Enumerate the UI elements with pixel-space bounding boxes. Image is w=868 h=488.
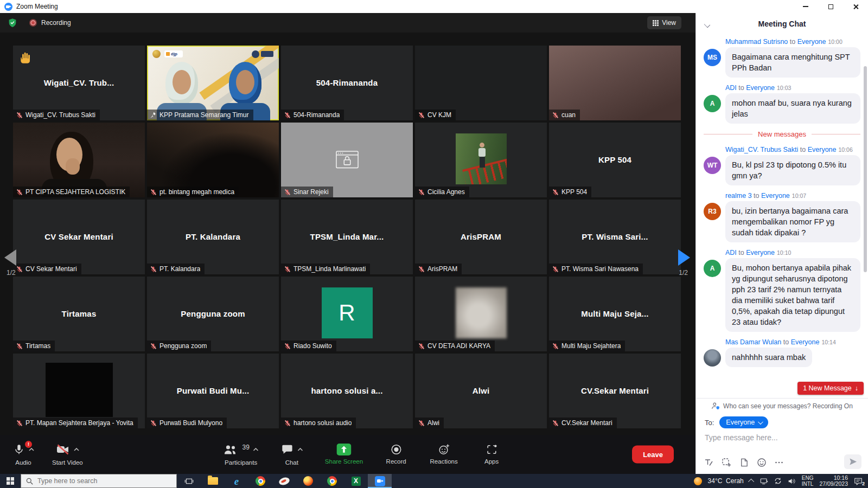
audio-button[interactable]: ! Audio [9,444,38,466]
chat-scrollbar[interactable] [864,66,867,272]
participant-tile[interactable]: CV Sekar MentariCV Sekar Mentari [13,200,145,274]
participant-label: Pengguna zoom [147,341,211,351]
participant-tile[interactable]: hartono solusi a...hartono solusi audio [281,354,413,428]
view-button[interactable]: View [647,16,681,29]
video-options-chevron-icon[interactable] [74,448,79,451]
chrome-2-button[interactable] [320,474,344,488]
format-text-icon[interactable] [704,458,713,467]
participant-tile[interactable]: TPSM_Linda Mar...TPSM_Linda Marlinawati [281,200,413,274]
file-icon[interactable] [739,458,749,467]
new-messages-divider-text: New messages [758,130,806,138]
participant-label: PT CIPTA SEJAHTERA LOGISTIK [13,187,130,197]
minimize-button[interactable] [793,0,818,13]
collapse-chat-chevron-icon[interactable] [704,22,710,28]
participant-tile[interactable]: pt. bintang megah medica [147,123,279,197]
language-indicator[interactable]: ENGINTL [802,475,814,487]
participant-label: TPSM_Linda Marlinawati [281,264,370,274]
participant-label-text: Multi Maju Sejahtera [561,342,621,350]
apps-icon [486,444,497,455]
participant-tile[interactable]: PT. Wisma Sari...PT. Wisma Sari Nawasena [549,200,681,274]
recipient-dropdown[interactable]: Everyone [719,416,768,428]
participant-tile[interactable]: PT. KalandaraPT. Kalandara [147,200,279,274]
maximize-button[interactable] [818,0,843,13]
firefox-button[interactable] [296,474,320,488]
reactions-button[interactable]: Reactions [429,444,458,466]
participant-tile[interactable]: cuan [549,46,681,120]
send-message-button[interactable] [844,454,861,469]
more-options-icon[interactable] [775,458,783,467]
participant-tile[interactable]: RRiado Suwito [281,277,413,351]
chat-chevron-icon[interactable] [297,448,303,451]
apps-button[interactable]: Apps [477,444,506,466]
chat-message: WTWigati_CV. Trubus Sakti to Everyone10:… [704,146,860,185]
record-button[interactable]: Record [381,444,411,466]
participant-tile[interactable]: Pengguna zoomPengguna zoom [147,277,279,351]
participant-tile[interactable]: TirtamasTirtamas [13,277,145,351]
action-center-button[interactable]: 2 [854,477,863,485]
screenshot-icon[interactable] [722,458,731,467]
send-icon [849,458,857,466]
participant-tile[interactable]: Purwati Budi Mu...Purwati Budi Mulyono [147,354,279,428]
tray-expand-chevron-icon[interactable] [748,479,754,485]
recipient-name: Everyone [797,38,826,46]
participant-tile[interactable]: djpKPP Pratama Semarang Timur [147,46,279,120]
video-grid-area: Wigati_CV. Trub...Wigati_CV. Trubus Sakt… [0,33,695,435]
participant-tile[interactable]: KPP 504KPP 504 [549,123,681,197]
participant-tile[interactable]: ArisPRAMArisPRAM [415,200,547,274]
chat-button[interactable]: Chat [277,444,307,466]
apps-label: Apps [484,458,499,465]
participant-tile[interactable]: CV.Sekar MentariCV.Sekar Mentari [549,354,681,428]
task-view-button[interactable] [177,474,201,488]
participant-tile[interactable]: Wigati_CV. Trub...Wigati_CV. Trubus Sakt… [13,46,145,120]
new-message-button[interactable]: 1 New Message ↓ [797,382,864,395]
participant-tile[interactable]: 504-Rimananda504-Rimananda [281,46,413,120]
message-body: Mas Damar Wulan to Everyone10:14nahhhhh … [725,338,860,367]
chat-actions-row [696,451,868,474]
participant-label-text: KPP Pratama Semarang Timur [159,111,249,119]
media-app-icon [278,476,290,486]
file-explorer-button[interactable] [201,474,225,488]
participant-tile[interactable]: Sinar Rejeki [281,123,413,197]
previous-page-arrow[interactable] [4,249,16,266]
emoji-icon[interactable] [757,458,767,467]
taskbar-search[interactable] [21,474,177,488]
participants-button[interactable]: 39 Participants [223,444,258,466]
participant-tile[interactable]: PT CIPTA SEJAHTERA LOGISTIK [13,123,145,197]
participant-label: PT. Wisma Sari Nawasena [549,264,643,274]
participant-tile[interactable]: CV DETA ADI KARYA [415,277,547,351]
excel-button[interactable]: X [344,474,368,488]
participant-label: CV DETA ADI KARYA [415,341,495,351]
participants-chevron-icon[interactable] [253,448,259,451]
speaker-icon[interactable] [788,478,796,485]
share-screen-button[interactable]: Share Screen [325,444,363,466]
mic-icon [13,444,25,455]
close-button[interactable] [843,0,868,13]
chrome-button[interactable] [248,474,272,488]
security-shield-icon[interactable] [8,17,17,28]
taskbar-clock[interactable]: 10:1627/09/2023 [819,475,848,487]
next-page-arrow[interactable] [678,249,690,266]
participant-tile[interactable]: Cicilia Agnes [415,123,547,197]
participant-label: CV KJM [415,110,456,120]
display-network-icon[interactable] [760,478,768,485]
taskbar-search-input[interactable] [37,477,162,485]
participant-tile[interactable]: Multi Maju Seja...Multi Maju Sejahtera [549,277,681,351]
sync-icon[interactable] [774,477,782,485]
message-time: 10:00 [828,38,843,45]
audio-options-chevron-icon[interactable] [29,448,34,451]
chat-message-input[interactable] [705,433,859,442]
participant-tile[interactable]: PT. Mapan Sejahtera Berjaya - Yovita [13,354,145,428]
zoom-taskbar-button[interactable] [368,474,392,488]
weather-widget[interactable]: 34°C Cerah [708,477,744,485]
participant-label-text: TPSM_Linda Marlinawati [293,265,366,273]
leave-button[interactable]: Leave [632,446,674,464]
internet-explorer-icon: e [234,476,239,486]
media-app-button[interactable] [272,474,296,488]
participant-tile[interactable]: AlwiAlwi [415,354,547,428]
start-video-button[interactable]: Start Video [52,444,83,466]
recording-indicator[interactable]: Recording [29,19,71,27]
message-header: ADI to Everyone10:03 [725,84,860,92]
internet-explorer-button[interactable]: e [225,474,248,488]
participant-tile[interactable]: CV KJM [415,46,547,120]
start-button[interactable] [0,474,21,488]
